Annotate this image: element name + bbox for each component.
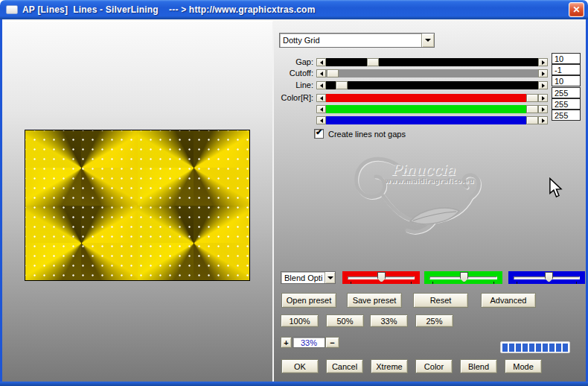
color-b-value-box[interactable]: 255 <box>552 110 581 121</box>
left-arrow-button[interactable] <box>316 81 326 89</box>
color-r-slider-row: Color[R]: <box>264 94 584 103</box>
left-arrow-button[interactable] <box>316 94 326 102</box>
arrow-left-icon <box>320 118 323 123</box>
right-arrow-button[interactable] <box>538 116 548 124</box>
save-preset-button[interactable]: Save preset <box>347 293 402 308</box>
open-preset-button[interactable]: Open preset <box>281 293 336 308</box>
mode-button[interactable]: Mode <box>505 359 542 373</box>
green-blend-slider-thumb[interactable] <box>460 272 468 282</box>
right-arrow-button[interactable] <box>538 69 548 77</box>
cutoff-slider[interactable] <box>316 69 548 77</box>
left-arrow-button[interactable] <box>316 105 326 113</box>
blend-button[interactable]: Blend <box>460 359 497 373</box>
tick-mark <box>493 282 494 284</box>
ok-button[interactable]: OK <box>281 359 319 373</box>
pattern-dropdown-value: Dotty Grid <box>280 36 421 45</box>
zoom-level-field[interactable]: 33% <box>293 337 325 348</box>
pattern-dropdown-arrow[interactable] <box>421 34 434 47</box>
cutoff-slider-row: Cutoff: <box>264 69 584 78</box>
cancel-button[interactable]: Cancel <box>326 359 363 373</box>
advanced-button[interactable]: Advanced <box>481 293 536 308</box>
chevron-down-icon <box>425 39 431 42</box>
color-g-slider-thumb[interactable] <box>526 105 538 113</box>
watermark-url: www.maidiragrafico.eu <box>385 177 474 185</box>
green-blend-slider[interactable] <box>424 271 502 284</box>
zoom-33-button[interactable]: 33% <box>370 314 408 327</box>
left-arrow-button[interactable] <box>316 116 326 124</box>
cutoff-value-box[interactable]: -1 <box>552 64 581 75</box>
line-slider[interactable] <box>316 81 548 89</box>
color-b-slider-track[interactable] <box>326 116 538 124</box>
color-b-slider-thumb[interactable] <box>526 116 538 124</box>
gap-slider-row: Gap: <box>264 58 584 67</box>
color-g-slider-track[interactable] <box>326 105 538 113</box>
cutoff-slider-track[interactable] <box>326 69 538 77</box>
progress-bar <box>500 341 570 353</box>
tick-mark <box>411 282 412 284</box>
window-border-bottom <box>0 382 588 386</box>
red-blend-slider-thumb[interactable] <box>377 272 386 282</box>
gap-slider[interactable] <box>316 58 548 66</box>
blue-blend-slider[interactable] <box>508 271 585 284</box>
color-r-label: Color[R]: <box>264 93 313 102</box>
checkmark-icon: ✔ <box>316 127 322 137</box>
arrow-right-icon <box>542 118 545 123</box>
zoom-25-button[interactable]: 25% <box>415 314 453 327</box>
arrow-left-icon <box>320 60 323 65</box>
app-icon <box>6 5 18 14</box>
color-button[interactable]: Color <box>415 359 453 373</box>
reset-button[interactable]: Reset <box>413 293 468 308</box>
line-slider-track[interactable] <box>326 81 538 89</box>
pattern-dropdown[interactable]: Dotty Grid <box>279 33 435 48</box>
arrow-left-icon <box>320 107 323 112</box>
color-r-slider-thumb[interactable] <box>526 94 538 102</box>
right-arrow-button[interactable] <box>538 58 548 66</box>
gap-value-box[interactable]: 10 <box>552 53 581 64</box>
arrow-right-icon <box>542 60 545 65</box>
left-arrow-button[interactable] <box>316 58 326 66</box>
line-value-box[interactable]: 10 <box>552 75 581 86</box>
left-arrow-button[interactable] <box>316 69 326 77</box>
watermark-name: Pinuccia <box>391 161 455 179</box>
line-label: Line: <box>264 80 313 89</box>
arrow-right-icon <box>542 83 545 88</box>
blend-options-dropdown[interactable]: Blend Opti <box>281 271 336 284</box>
zoom-out-button[interactable]: − <box>325 337 339 348</box>
titlebar[interactable]: AP [Lines] Lines - SilverLining --- > ht… <box>0 0 588 19</box>
color-g-slider[interactable] <box>316 105 548 113</box>
create-lines-checkbox-row: ✔ Create lines not gaps <box>314 129 406 139</box>
line-slider-thumb[interactable] <box>336 81 348 89</box>
gap-slider-thumb[interactable] <box>367 58 379 66</box>
pattern-preview-image[interactable] <box>25 130 250 281</box>
arrow-right-icon <box>542 107 545 112</box>
create-lines-checkbox[interactable]: ✔ <box>314 129 324 139</box>
right-arrow-button[interactable] <box>538 105 548 113</box>
color-r-slider[interactable] <box>316 94 548 102</box>
right-arrow-button[interactable] <box>538 94 548 102</box>
close-button[interactable]: ✕ <box>569 2 584 17</box>
gap-slider-track[interactable] <box>326 58 538 66</box>
gap-label: Gap: <box>264 57 313 66</box>
color-g-value-box[interactable]: 255 <box>552 98 581 110</box>
create-lines-checkbox-label: Create lines not gaps <box>328 130 406 139</box>
flourish-icon: Pinuccia Pinuccia www.maidiragrafico.eu … <box>339 144 495 241</box>
zoom-50-button[interactable]: 50% <box>326 314 364 327</box>
zoom-in-button[interactable]: + <box>281 337 292 348</box>
dialog-content: Dotty Grid Gap: Cutoff: <box>2 19 586 382</box>
color-g-slider-row <box>264 105 584 114</box>
blend-options-dropdown-arrow[interactable] <box>325 272 335 283</box>
color-r-slider-track[interactable] <box>326 94 538 102</box>
color-b-slider-row <box>264 116 584 125</box>
blue-blend-slider-thumb[interactable] <box>545 272 553 282</box>
xtreme-button[interactable]: Xtreme <box>371 359 408 373</box>
cutoff-slider-thumb[interactable] <box>327 69 339 77</box>
color-b-slider[interactable] <box>316 116 548 124</box>
color-r-value-box[interactable]: 255 <box>552 87 581 98</box>
red-blend-slider[interactable] <box>342 271 420 284</box>
arrow-left-icon <box>320 96 323 101</box>
cutoff-label: Cutoff: <box>264 69 313 77</box>
tick-mark <box>351 282 351 284</box>
zoom-100-button[interactable]: 100% <box>281 314 319 327</box>
right-arrow-button[interactable] <box>538 81 548 89</box>
blend-options-dropdown-value: Blend Opti <box>281 273 325 282</box>
